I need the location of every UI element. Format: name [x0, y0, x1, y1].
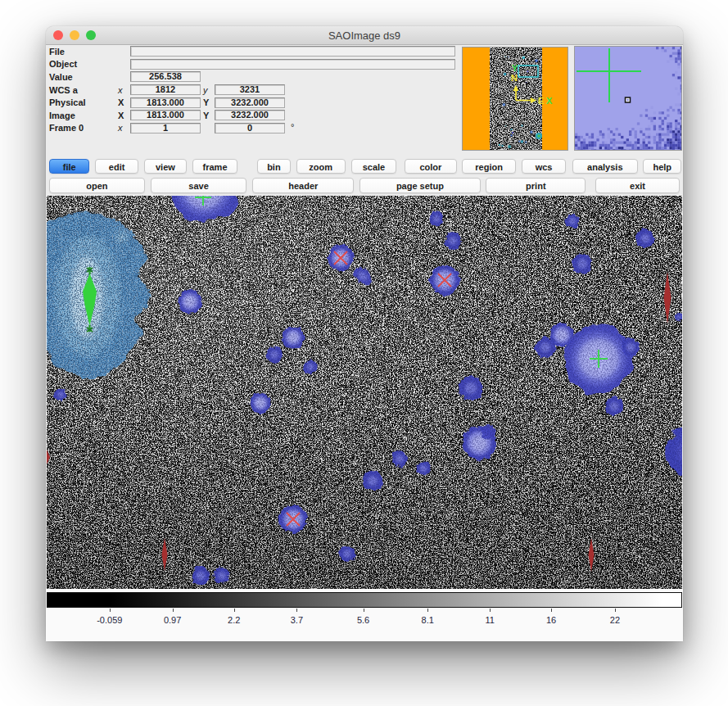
svg-text:Y: Y — [512, 63, 518, 73]
svg-text:X: X — [546, 96, 553, 106]
svg-text:N: N — [511, 73, 518, 83]
svg-text:E: E — [538, 96, 544, 106]
